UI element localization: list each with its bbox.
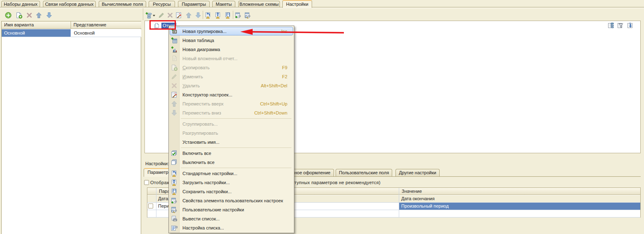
menu-item-standard-settings[interactable]: Стандартные настройки... xyxy=(169,169,294,178)
menu-item-group[interactable]: Сгруппировать... xyxy=(169,119,294,129)
delete-icon xyxy=(169,82,180,89)
variant-presentation-cell[interactable]: Основной xyxy=(71,29,141,37)
toolbar-separator xyxy=(233,11,233,19)
menu-item-settings-constructor[interactable]: Конструктор настроек... xyxy=(169,90,294,99)
move-down-icon xyxy=(195,12,201,19)
add-icon xyxy=(5,12,12,19)
copy-add-icon xyxy=(16,12,22,19)
menu-item-new-grouping[interactable]: Новая группировка... Ins xyxy=(169,27,294,36)
menu-item-list-settings[interactable]: Настройка списка... xyxy=(169,223,294,232)
constructor-icon xyxy=(169,91,180,98)
standard-settings-button[interactable] xyxy=(205,12,211,19)
standard-settings-icon xyxy=(205,12,211,19)
structure-icon[interactable] xyxy=(608,22,614,29)
move-up-icon xyxy=(185,12,192,19)
move-down-icon xyxy=(46,12,52,19)
context-menu: Новая группировка... Ins Новая таблица Н… xyxy=(168,26,294,233)
menu-item-new-chart[interactable]: Новая диаграмма xyxy=(169,45,294,54)
move-down-icon xyxy=(169,110,180,116)
new-chart-icon xyxy=(169,46,180,53)
tab-data-sets[interactable]: Наборы данных xyxy=(1,1,40,7)
new-table-icon xyxy=(169,37,180,44)
nested-report-icon xyxy=(169,55,180,62)
show-unavailable-parameters-checkbox[interactable] xyxy=(144,180,149,185)
menu-item-ungroup[interactable]: Разгруппировать xyxy=(169,129,294,138)
user-settings-button[interactable] xyxy=(244,12,251,19)
tab-parameters[interactable]: Параметры xyxy=(178,1,210,7)
toolbar-separator xyxy=(203,11,203,19)
copy-variant-button[interactable] xyxy=(16,12,22,19)
add-settings-item-button[interactable] xyxy=(145,12,152,19)
move-up-icon xyxy=(36,12,42,19)
tab-resources[interactable]: Ресурсы xyxy=(149,1,175,7)
move-variant-down-button[interactable] xyxy=(46,12,52,19)
move-variant-up-button[interactable] xyxy=(36,12,42,19)
table-gridline xyxy=(399,188,399,218)
add-item-icon xyxy=(145,12,152,19)
user-settings-properties-icon xyxy=(235,12,242,19)
move-settings-item-down-button[interactable] xyxy=(195,12,201,19)
settings-tab-other-settings[interactable]: Другие настройки xyxy=(395,169,440,176)
menu-item-user-settings-item-properties[interactable]: Свойства элемента пользовательских настр… xyxy=(169,196,294,205)
save-settings-button[interactable] xyxy=(225,12,231,19)
delete-variant-button[interactable] xyxy=(26,12,33,19)
pencil-icon xyxy=(169,73,180,80)
settings-constructor-button[interactable] xyxy=(175,12,182,19)
add-dropdown-arrow-icon[interactable] xyxy=(153,15,155,16)
settings-tab-user-fields[interactable]: Пользовательские поля xyxy=(336,169,392,176)
menu-item-set-name[interactable]: Установить имя... xyxy=(169,138,294,147)
variants-grid: Имя варианта Представление Основной Осно… xyxy=(1,21,141,234)
menu-item-move-up[interactable]: Переместить вверх Ctrl+Shift+Up xyxy=(169,99,294,108)
user-settings-item-properties-button[interactable] xyxy=(235,12,242,19)
add-variant-button[interactable] xyxy=(5,12,12,19)
user-settings-properties-icon xyxy=(169,197,180,204)
menu-item-user-settings[interactable]: Пользовательские настройки xyxy=(169,205,294,214)
list-settings-icon xyxy=(169,225,180,231)
menu-item-enable-all[interactable]: Включить все xyxy=(169,149,294,158)
parameter-value-cell[interactable] xyxy=(399,210,640,218)
disable-all-icon xyxy=(169,159,180,166)
parameter-value-cell-selected[interactable]: Произвольный период xyxy=(399,203,640,210)
filter-icon[interactable] xyxy=(617,22,624,29)
column-header-use[interactable] xyxy=(147,188,156,195)
parameter-use-checkbox[interactable] xyxy=(148,204,153,208)
tab-data-set-links[interactable]: Связи наборов данных xyxy=(43,1,96,7)
menu-item-load-settings[interactable]: Загрузить настройки... xyxy=(169,178,294,187)
delete-settings-item-button[interactable] xyxy=(167,12,173,19)
tab-settings[interactable]: Настройки xyxy=(282,0,312,8)
menu-item-save-settings[interactable]: Сохранить настройки... xyxy=(169,187,294,196)
user-settings-icon xyxy=(169,206,180,213)
tab-calculated-fields[interactable]: Вычисляемые поля xyxy=(99,1,146,7)
table-gridline xyxy=(156,188,156,218)
delete-icon xyxy=(26,12,33,19)
parameter-value-cell[interactable]: Дата окончания xyxy=(399,195,640,203)
edit-settings-item-button[interactable] xyxy=(158,12,165,19)
column-header-variant-name[interactable]: Имя варианта xyxy=(2,21,71,29)
menu-item-delete[interactable]: Удалить Alt+Shift+Del xyxy=(169,81,294,90)
toolbar-splitter xyxy=(143,8,143,20)
column-header-presentation[interactable]: Представление xyxy=(71,21,141,29)
sort-icon[interactable] xyxy=(627,22,634,29)
menu-item-new-table[interactable]: Новая таблица xyxy=(169,36,294,45)
designer-window: Наборы данных Связи наборов данных Вычис… xyxy=(0,0,644,234)
column-header-value[interactable]: Значение xyxy=(399,188,640,195)
tab-nested-schemas[interactable]: Вложенные схемы xyxy=(238,1,280,7)
print-list-icon xyxy=(169,215,180,222)
tab-layouts[interactable]: Макеты xyxy=(212,1,235,7)
move-settings-item-up-button[interactable] xyxy=(185,12,192,19)
annotation-box xyxy=(149,20,176,30)
menu-item-print-list[interactable]: Вывести список... xyxy=(169,214,294,223)
copy-add-icon xyxy=(169,64,180,71)
menu-item-disable-all[interactable]: Выключить все xyxy=(169,158,294,167)
settings-label: Настройки: xyxy=(145,161,169,166)
menu-item-edit[interactable]: Изменить F2 xyxy=(169,72,294,81)
load-settings-icon xyxy=(169,179,180,186)
load-settings-button[interactable] xyxy=(215,12,221,19)
variant-name-cell[interactable]: Основной xyxy=(2,29,71,37)
menu-item-new-nested-report[interactable]: Новый вложенный отчет... xyxy=(169,54,294,63)
move-up-icon xyxy=(169,101,180,107)
delete-icon xyxy=(167,12,173,19)
save-settings-icon xyxy=(225,12,231,19)
menu-item-move-down[interactable]: Переместить вниз Ctrl+Shift+Down xyxy=(169,108,294,117)
menu-item-copy[interactable]: Скопировать F9 xyxy=(169,63,294,72)
